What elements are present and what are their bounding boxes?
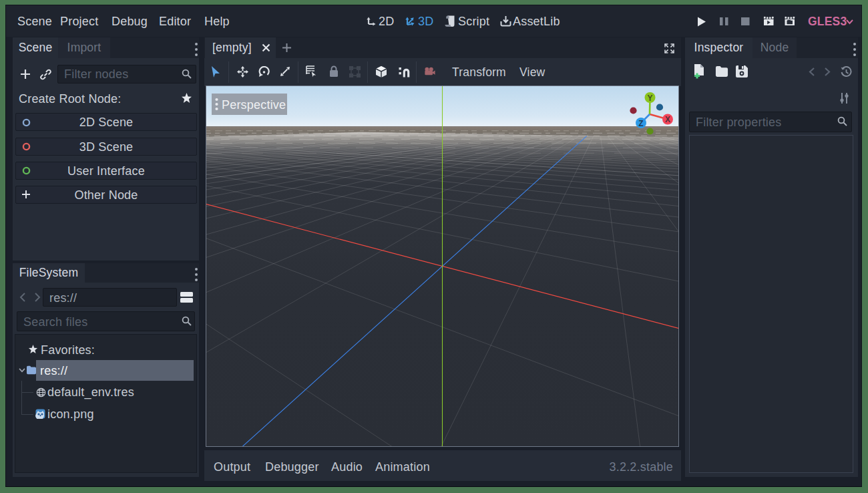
- svg-text:Y: Y: [647, 94, 652, 103]
- svg-text:Perspective: Perspective: [222, 98, 286, 112]
- svg-text:X: X: [665, 115, 670, 124]
- svg-text:Z: Z: [638, 119, 643, 128]
